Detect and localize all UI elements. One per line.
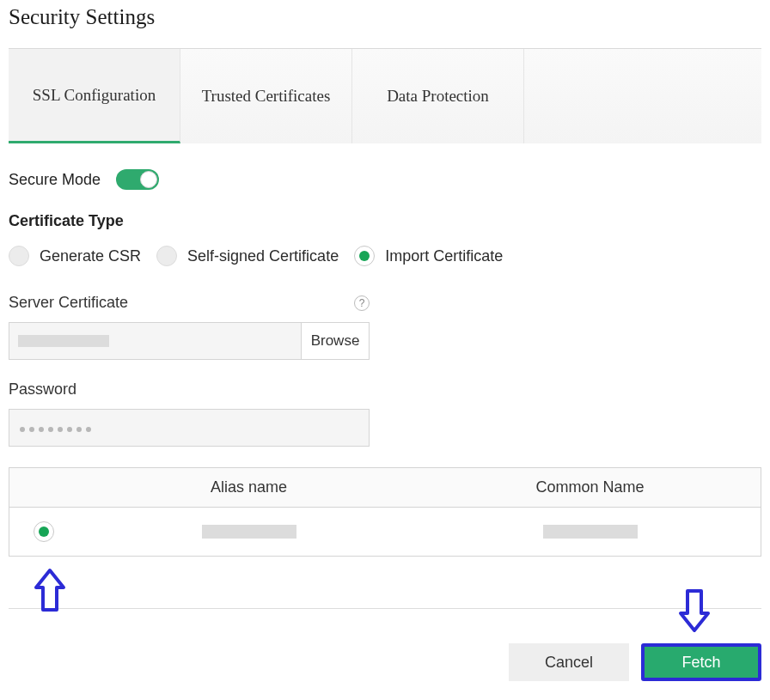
button-row: Cancel Fetch: [9, 643, 761, 681]
password-group: Password: [9, 380, 761, 447]
password-label: Password: [9, 380, 76, 399]
fetch-button[interactable]: Fetch: [641, 643, 761, 681]
table-row[interactable]: [9, 508, 761, 556]
annotation-arrow-up-icon: [33, 567, 67, 615]
secure-mode-toggle[interactable]: [116, 169, 159, 190]
password-input[interactable]: [9, 409, 370, 447]
radio-label: Generate CSR: [40, 247, 141, 265]
server-certificate-group: Server Certificate ? Browse: [9, 294, 761, 360]
common-name-value: [543, 525, 638, 539]
tab-ssl-configuration[interactable]: SSL Configuration: [9, 49, 180, 143]
tab-trusted-certificates[interactable]: Trusted Certificates: [180, 49, 352, 143]
server-certificate-file: Browse: [9, 322, 370, 360]
col-select: [9, 468, 78, 507]
browse-button[interactable]: Browse: [301, 322, 370, 360]
page-title: Security Settings: [9, 5, 761, 29]
server-certificate-label: Server Certificate: [9, 294, 128, 312]
alias-value: [202, 525, 296, 539]
secure-mode-label: Secure Mode: [9, 171, 101, 189]
toggle-knob: [140, 171, 157, 188]
radio-generate-csr[interactable]: [9, 246, 29, 266]
radio-import-certificate[interactable]: [354, 246, 375, 266]
radio-self-signed[interactable]: [156, 246, 177, 266]
footer-separator: [9, 608, 761, 609]
cancel-button[interactable]: Cancel: [509, 643, 629, 681]
radio-label: Self-signed Certificate: [187, 247, 339, 265]
tab-label: SSL Configuration: [33, 85, 156, 106]
radio-label: Import Certificate: [385, 247, 503, 265]
form-area: Secure Mode Certificate Type Generate CS…: [9, 143, 761, 681]
help-icon[interactable]: ?: [354, 295, 370, 311]
row-select-radio[interactable]: [34, 521, 54, 542]
tab-data-protection[interactable]: Data Protection: [352, 49, 524, 143]
file-placeholder: [18, 335, 109, 347]
file-path-input[interactable]: [9, 322, 301, 360]
annotation-arrow-down-icon: [677, 586, 712, 634]
certificate-table: Alias name Common Name: [9, 467, 761, 557]
secure-mode-row: Secure Mode: [9, 169, 761, 190]
certificate-type-options: Generate CSR Self-signed Certificate Imp…: [9, 246, 761, 266]
certificate-type-title: Certificate Type: [9, 212, 761, 230]
col-common-name: Common Name: [419, 468, 761, 507]
password-mask: [20, 420, 95, 435]
tab-bar: SSL Configuration Trusted Certificates D…: [9, 48, 761, 143]
table-header: Alias name Common Name: [9, 468, 761, 508]
col-alias: Alias name: [78, 468, 419, 507]
tab-label: Data Protection: [387, 86, 489, 107]
tab-label: Trusted Certificates: [202, 86, 331, 107]
